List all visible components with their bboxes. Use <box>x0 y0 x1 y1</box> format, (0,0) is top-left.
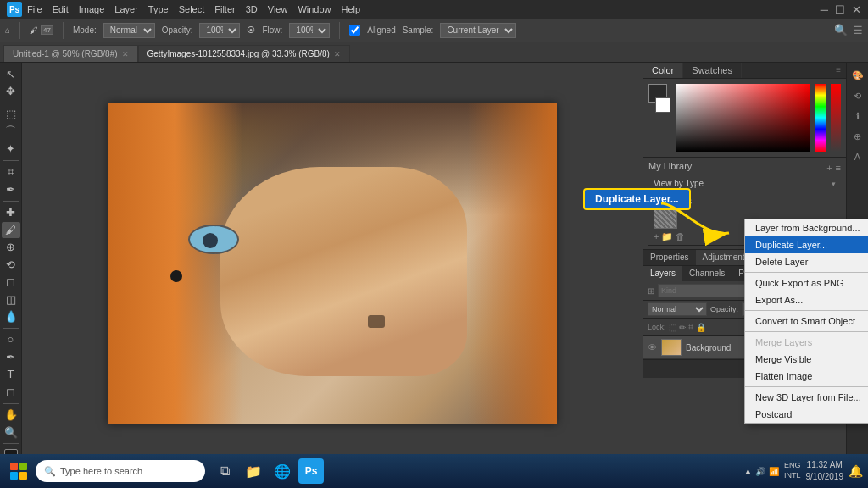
ctx-flatten-image[interactable]: Flatten Image <box>745 368 868 385</box>
brush-tool[interactable]: 🖌 <box>2 222 20 237</box>
color-picker <box>643 79 846 157</box>
close-button[interactable]: ✕ <box>852 3 861 16</box>
taskbar-photoshop[interactable]: Ps <box>298 458 324 484</box>
menu-edit[interactable]: Edit <box>53 4 69 14</box>
pattern-thumbnail[interactable] <box>654 208 677 229</box>
taskbar-notification[interactable]: 🔔 <box>849 464 863 478</box>
layers-tab[interactable]: Layers <box>643 266 682 281</box>
aligned-checkbox[interactable] <box>349 25 360 36</box>
menu-filter[interactable]: Filter <box>214 4 235 14</box>
swatches-tab[interactable]: Swatches <box>683 63 742 78</box>
taskbar-task-view[interactable]: ⧉ <box>212 458 237 484</box>
ctx-convert-smart[interactable]: Convert to Smart Object <box>745 313 868 330</box>
menu-layer[interactable]: Layer <box>114 4 138 14</box>
flow-select[interactable]: 100% <box>289 23 330 38</box>
gradient-tool[interactable]: ◫ <box>2 291 20 307</box>
ctx-export-as[interactable]: Export As... <box>745 291 868 308</box>
menu-help[interactable]: Help <box>342 4 361 14</box>
menu-3d[interactable]: 3D <box>246 4 258 14</box>
workspace-icon[interactable]: ☰ <box>853 24 863 36</box>
ctx-postcard[interactable]: Postcard <box>745 406 868 423</box>
channels-tab[interactable]: Channels <box>682 266 732 281</box>
brush-preset[interactable]: 🖌47 <box>30 25 53 35</box>
zoom-tool[interactable]: 🔍 <box>2 424 20 440</box>
color-gradient[interactable] <box>676 84 810 152</box>
transform-panel-icon[interactable]: A <box>849 147 867 166</box>
color-panel-menu[interactable]: ≡ <box>831 63 846 78</box>
library-menu[interactable]: ≡ <box>836 163 841 173</box>
menu-file[interactable]: File <box>27 4 42 14</box>
properties-tab[interactable]: Properties <box>643 250 696 265</box>
library-add[interactable]: + <box>826 163 832 173</box>
menu-window[interactable]: Window <box>298 4 331 14</box>
tray-volume[interactable]: 📶 <box>769 467 779 476</box>
shape-tool[interactable]: ◻ <box>2 384 20 399</box>
taskbar-chrome[interactable]: 🌐 <box>270 458 295 484</box>
artboard-tool[interactable]: ✥ <box>2 83 20 98</box>
lasso-tool[interactable]: ⌒ <box>2 124 20 139</box>
color-tab[interactable]: Color <box>643 63 683 78</box>
background-color-swatch[interactable] <box>655 97 670 113</box>
add-layer-btn[interactable]: + <box>654 231 659 242</box>
history-brush[interactable]: ⟲ <box>2 257 20 272</box>
tab-untitled[interactable]: Untitled-1 @ 50% (RGB/8#) ✕ <box>3 45 138 62</box>
taskbar-explorer[interactable]: 📁 <box>241 458 266 484</box>
lock-image-icon[interactable]: ✏ <box>679 323 686 332</box>
magic-wand-tool[interactable]: ✦ <box>2 141 20 157</box>
ctx-layer-from-bg[interactable]: Layer from Background... <box>745 219 868 236</box>
tray-network[interactable]: 🔊 <box>755 467 765 476</box>
mode-select[interactable]: Normal <box>103 23 155 38</box>
lock-artboard-icon[interactable]: ⌗ <box>688 322 693 332</box>
restore-button[interactable]: ☐ <box>835 3 845 16</box>
airbrush-toggle[interactable]: ⦿ <box>247 25 255 35</box>
healing-tool[interactable]: ✚ <box>2 205 20 220</box>
eyedropper-tool[interactable]: ✒ <box>2 181 20 197</box>
new-group-btn[interactable]: 📁 <box>661 231 673 242</box>
ctx-quick-export[interactable]: Quick Export as PNG <box>745 274 868 291</box>
tab-untitled-close[interactable]: ✕ <box>122 50 129 58</box>
history-panel-icon[interactable]: ⟲ <box>849 86 867 105</box>
sample-label: Sample: <box>403 25 434 35</box>
tray-up-arrow[interactable]: ▲ <box>744 467 752 475</box>
layer-visibility-icon[interactable]: 👁 <box>648 342 657 352</box>
ctx-new-3d-layer[interactable]: New 3D Layer from File... <box>745 389 868 406</box>
start-button[interactable] <box>5 458 32 485</box>
tab-getty[interactable]: GettyImages-1012558334.jpg @ 33.3% (RGB/… <box>138 45 350 62</box>
navigator-panel-icon[interactable]: ⊕ <box>849 127 867 146</box>
lock-all-icon[interactable]: 🔒 <box>696 323 706 332</box>
home-btn[interactable]: ⌂ <box>5 25 10 35</box>
menu-bar[interactable]: File Edit Image Layer Type Select Filter… <box>27 4 360 14</box>
marquee-tool[interactable]: ⬚ <box>2 107 20 122</box>
ctx-duplicate-layer[interactable]: Duplicate Layer... <box>745 236 868 253</box>
alpha-bar[interactable] <box>831 84 841 152</box>
move-tool[interactable]: ↖ <box>2 66 20 81</box>
eraser-tool[interactable]: ◻ <box>2 274 20 290</box>
info-panel-icon[interactable]: ℹ <box>849 107 867 125</box>
lock-transparent-icon[interactable]: ⬚ <box>669 323 676 332</box>
tab-getty-close[interactable]: ✕ <box>334 50 341 58</box>
sample-select[interactable]: Current Layer <box>440 23 516 38</box>
dodge-tool[interactable]: ○ <box>2 332 20 347</box>
blend-mode-select[interactable]: Normal <box>648 302 707 316</box>
filter-kind-icon[interactable]: ⊞ <box>648 286 654 296</box>
ctx-delete-layer[interactable]: Delete Layer <box>745 253 868 270</box>
blur-tool[interactable]: 💧 <box>2 308 20 324</box>
hand-tool[interactable]: ✋ <box>2 407 20 422</box>
window-controls[interactable]: ─ ☐ ✕ <box>821 3 861 16</box>
pen-tool[interactable]: ✒ <box>2 349 20 364</box>
menu-image[interactable]: Image <box>79 4 105 14</box>
text-tool[interactable]: T <box>2 367 20 382</box>
color-panel-icon[interactable]: 🎨 <box>849 66 867 85</box>
opacity-select[interactable]: 100% <box>199 23 240 38</box>
menu-type[interactable]: Type <box>148 4 169 14</box>
menu-select[interactable]: Select <box>179 4 205 14</box>
minimize-button[interactable]: ─ <box>821 3 828 16</box>
menu-view[interactable]: View <box>268 4 288 14</box>
hue-bar[interactable] <box>815 84 826 152</box>
delete-pattern-btn[interactable]: 🗑 <box>676 231 685 242</box>
crop-tool[interactable]: ⌗ <box>2 164 20 180</box>
clone-tool[interactable]: ⊕ <box>2 240 20 255</box>
taskbar-search[interactable]: 🔍 Type here to search <box>36 460 205 482</box>
ctx-merge-visible[interactable]: Merge Visible <box>745 351 868 368</box>
search-icon[interactable]: 🔍 <box>834 24 848 36</box>
